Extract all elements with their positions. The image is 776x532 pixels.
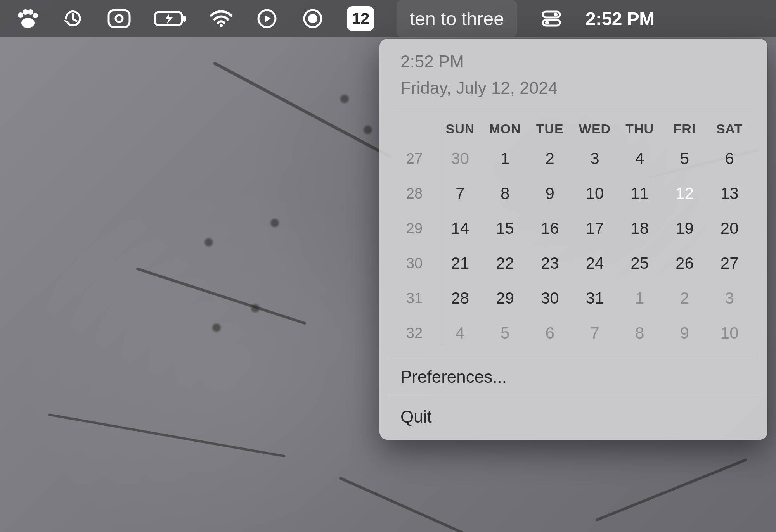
calendar-day[interactable]: 28 bbox=[438, 285, 483, 311]
calendar-day[interactable]: 7 bbox=[572, 320, 617, 346]
calendar-day[interactable]: 14 bbox=[438, 216, 483, 241]
calendar: SUNMONTUEWEDTHUFRISAT2730123456287891011… bbox=[379, 109, 767, 357]
calendar-day[interactable]: 11 bbox=[617, 181, 662, 206]
calendar-day[interactable]: 5 bbox=[483, 320, 528, 346]
svg-point-1 bbox=[23, 9, 28, 15]
svg-point-15 bbox=[554, 13, 558, 17]
menubar-clock-label: 2:52 PM bbox=[585, 8, 655, 29]
panel-time: 2:52 PM bbox=[400, 52, 747, 71]
calendar-day[interactable]: 9 bbox=[527, 181, 572, 206]
svg-point-17 bbox=[545, 21, 549, 25]
calendar-day[interactable]: 1 bbox=[483, 146, 528, 171]
wallpaper-leaf bbox=[268, 217, 282, 229]
calendar-day[interactable]: 5 bbox=[662, 146, 707, 171]
menubar-fuzzy-time[interactable]: ten to three bbox=[397, 0, 517, 37]
wallpaper-leaf bbox=[202, 237, 216, 248]
svg-rect-5 bbox=[109, 10, 130, 27]
calendar-weekday-tue: TUE bbox=[527, 121, 572, 136]
svg-marker-11 bbox=[265, 15, 271, 22]
calendar-day[interactable]: 2 bbox=[527, 146, 572, 171]
play-circle-icon[interactable] bbox=[255, 0, 279, 37]
calendar-weekday-mon: MON bbox=[483, 121, 528, 136]
calendar-day[interactable]: 20 bbox=[707, 216, 752, 241]
control-center-icon[interactable] bbox=[540, 0, 563, 37]
preferences-label: Preferences... bbox=[400, 367, 507, 386]
svg-point-4 bbox=[21, 18, 35, 28]
calendar-day[interactable]: 8 bbox=[617, 320, 662, 346]
calendar-day[interactable]: 15 bbox=[483, 216, 528, 241]
calendar-day[interactable]: 16 bbox=[527, 216, 572, 241]
menubar-clock[interactable]: 2:52 PM bbox=[585, 0, 655, 37]
paw-icon[interactable] bbox=[16, 0, 39, 37]
panel-date: Friday, July 12, 2024 bbox=[400, 78, 747, 98]
history-icon[interactable] bbox=[61, 0, 85, 37]
quit-menu-item[interactable]: Quit bbox=[379, 397, 767, 440]
calendar-week-number: 29 bbox=[395, 220, 438, 237]
svg-point-9 bbox=[220, 24, 223, 27]
calendar-weekday-fri: FRI bbox=[662, 121, 707, 136]
calendar-day-today[interactable]: 12 bbox=[662, 181, 707, 206]
calendar-day[interactable]: 25 bbox=[617, 250, 662, 276]
calendar-day[interactable]: 10 bbox=[572, 181, 617, 206]
svg-point-2 bbox=[28, 9, 33, 15]
calendar-day[interactable]: 30 bbox=[438, 146, 483, 171]
calendar-week-number: 31 bbox=[395, 290, 438, 307]
calendar-day[interactable]: 27 bbox=[707, 250, 752, 276]
wallpaper-leaf bbox=[248, 302, 262, 314]
calendar-week-number: 30 bbox=[395, 255, 438, 272]
menubar-date-chip-label: 12 bbox=[347, 6, 374, 31]
calendar-day[interactable]: 7 bbox=[438, 181, 483, 206]
calendar-day[interactable]: 19 bbox=[662, 216, 707, 241]
calendar-day[interactable]: 31 bbox=[572, 285, 617, 311]
calendar-panel: 2:52 PM Friday, July 12, 2024 SUNMONTUEW… bbox=[379, 39, 767, 440]
calendar-day[interactable]: 17 bbox=[572, 216, 617, 241]
calendar-day[interactable]: 24 bbox=[572, 250, 617, 276]
svg-point-13 bbox=[308, 14, 317, 23]
svg-point-0 bbox=[18, 12, 23, 18]
calendar-day[interactable]: 6 bbox=[707, 146, 752, 171]
calendar-day[interactable]: 3 bbox=[707, 285, 752, 311]
calendar-day[interactable]: 3 bbox=[572, 146, 617, 171]
record-icon[interactable] bbox=[301, 0, 324, 37]
menubar-fuzzy-time-label: ten to three bbox=[410, 8, 504, 29]
svg-rect-8 bbox=[183, 16, 186, 22]
calendar-day[interactable]: 22 bbox=[483, 250, 528, 276]
wallpaper-leaf bbox=[361, 124, 375, 136]
calendar-day[interactable]: 4 bbox=[617, 146, 662, 171]
calendar-weekday-wed: WED bbox=[572, 121, 617, 136]
calendar-day[interactable]: 18 bbox=[617, 216, 662, 241]
calendar-day[interactable]: 29 bbox=[483, 285, 528, 311]
calendar-weekday-thu: THU bbox=[617, 121, 662, 136]
svg-point-6 bbox=[116, 15, 123, 22]
calendar-day[interactable]: 6 bbox=[527, 320, 572, 346]
calendar-day[interactable]: 21 bbox=[438, 250, 483, 276]
calendar-day[interactable]: 4 bbox=[438, 320, 483, 346]
calendar-day[interactable]: 23 bbox=[527, 250, 572, 276]
calendar-day[interactable]: 8 bbox=[483, 181, 528, 206]
calendar-day[interactable]: 13 bbox=[707, 181, 752, 206]
screenshot-icon[interactable] bbox=[107, 0, 131, 37]
svg-point-3 bbox=[33, 13, 38, 18]
wallpaper-leaf bbox=[338, 93, 352, 105]
panel-header: 2:52 PM Friday, July 12, 2024 bbox=[379, 52, 767, 109]
calendar-week-number: 32 bbox=[395, 325, 438, 342]
quit-label: Quit bbox=[400, 407, 432, 426]
menubar-date-chip[interactable]: 12 bbox=[347, 0, 374, 37]
calendar-week-number: 27 bbox=[395, 150, 438, 167]
calendar-day[interactable]: 30 bbox=[527, 285, 572, 311]
calendar-day[interactable]: 9 bbox=[662, 320, 707, 346]
wifi-icon[interactable] bbox=[210, 0, 233, 37]
calendar-day[interactable]: 10 bbox=[707, 320, 752, 346]
calendar-week-number: 28 bbox=[395, 185, 438, 202]
calendar-weekday-sun: SUN bbox=[438, 121, 483, 136]
preferences-menu-item[interactable]: Preferences... bbox=[379, 357, 767, 397]
calendar-day[interactable]: 2 bbox=[662, 285, 707, 311]
menubar: 12 ten to three 2:52 PM bbox=[0, 0, 776, 37]
calendar-day[interactable]: 1 bbox=[617, 285, 662, 311]
battery-icon[interactable] bbox=[154, 0, 187, 37]
calendar-weekday-sat: SAT bbox=[707, 121, 752, 136]
calendar-day[interactable]: 26 bbox=[662, 250, 707, 276]
wallpaper-leaf bbox=[210, 322, 223, 333]
